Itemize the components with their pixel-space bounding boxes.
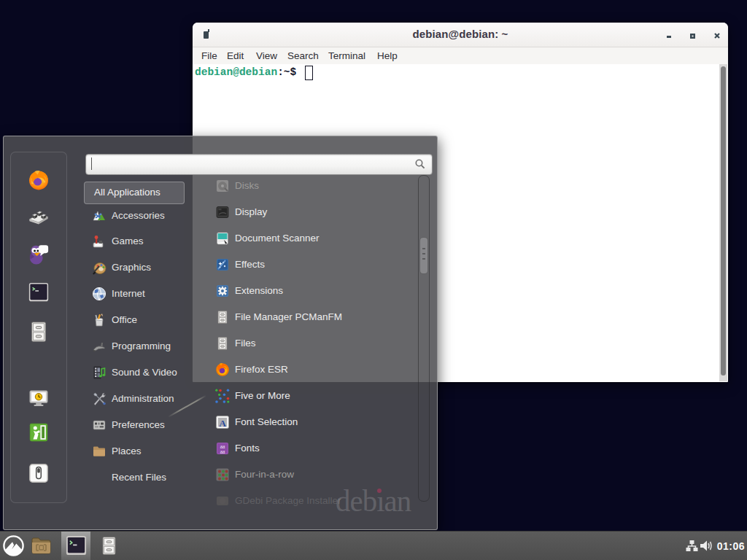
- svg-text:aa: aa: [220, 448, 225, 455]
- svg-text:A: A: [219, 418, 226, 429]
